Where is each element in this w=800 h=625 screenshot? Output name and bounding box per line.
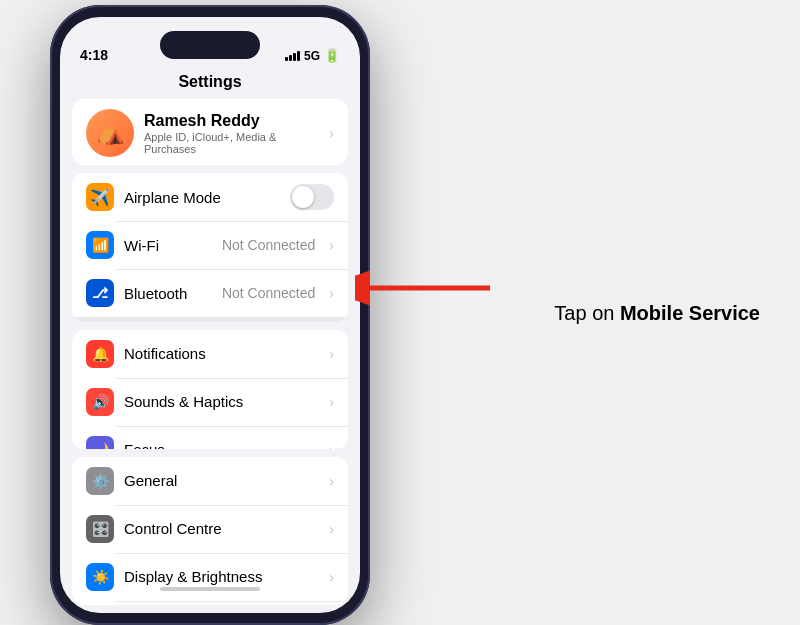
signal-bar-3 <box>293 53 296 61</box>
wifi-row[interactable]: 📶 Wi-Fi Not Connected › <box>72 221 348 269</box>
focus-icon: 🌙 <box>86 436 114 449</box>
bluetooth-value: Not Connected <box>222 285 315 301</box>
control-centre-label: Control Centre <box>124 520 319 537</box>
status-time: 4:18 <box>80 47 108 63</box>
instruction-prefix: Tap on <box>554 302 620 324</box>
arrow-annotation <box>355 268 495 312</box>
chevron-icon: › <box>329 394 334 410</box>
chevron-icon: › <box>329 285 334 301</box>
chevron-icon: › <box>329 237 334 253</box>
notifications-group: 🔔 Notifications › 🔊 Sounds & Haptics › 🌙… <box>72 330 348 449</box>
notifications-icon: 🔔 <box>86 340 114 368</box>
avatar-emoji: ⛺ <box>97 120 124 146</box>
sounds-row[interactable]: 🔊 Sounds & Haptics › <box>72 378 348 426</box>
wifi-label: Wi-Fi <box>124 237 212 254</box>
airplane-mode-label: Airplane Mode <box>124 189 280 206</box>
control-centre-row[interactable]: 🎛️ Control Centre › <box>72 505 348 553</box>
notifications-row[interactable]: 🔔 Notifications › <box>72 330 348 378</box>
general-row[interactable]: ⚙️ General › <box>72 457 348 505</box>
signal-bar-1 <box>285 57 288 61</box>
mobile-service-row[interactable]: 📡 Mobile Service › <box>72 317 348 322</box>
general-icon: ⚙️ <box>86 467 114 495</box>
network-type: 5G <box>304 49 320 63</box>
general-label: General <box>124 472 319 489</box>
signal-bar-4 <box>297 51 300 61</box>
general-group: ⚙️ General › 🎛️ Control Centre › ☀️ Disp… <box>72 457 348 606</box>
bluetooth-label: Bluetooth <box>124 285 212 302</box>
display-brightness-icon: ☀️ <box>86 563 114 591</box>
phone-frame: 4:18 5G 🔋 Settings ⛺ <box>50 5 370 625</box>
wifi-icon: 📶 <box>86 231 114 259</box>
home-indicator <box>160 587 260 591</box>
toggle-knob <box>292 186 314 208</box>
avatar: ⛺ <box>86 109 134 157</box>
home-screen-row[interactable]: 🏠 Home Screen & App Library › <box>72 601 348 606</box>
signal-bars-icon <box>285 51 300 61</box>
focus-row[interactable]: 🌙 Focus › <box>72 426 348 449</box>
wifi-value: Not Connected <box>222 237 315 253</box>
airplane-mode-icon: ✈️ <box>86 183 114 211</box>
display-brightness-row[interactable]: ☀️ Display & Brightness › <box>72 553 348 601</box>
status-icons: 5G 🔋 <box>285 48 340 63</box>
phone-screen: 4:18 5G 🔋 Settings ⛺ <box>60 17 360 613</box>
chevron-icon: › <box>329 442 334 449</box>
chevron-icon: › <box>329 346 334 362</box>
connectivity-group: ✈️ Airplane Mode 📶 Wi-Fi Not Connected ›… <box>72 173 348 322</box>
chevron-icon: › <box>329 473 334 489</box>
bluetooth-row[interactable]: ⎇ Bluetooth Not Connected › <box>72 269 348 317</box>
bluetooth-icon: ⎇ <box>86 279 114 307</box>
scroll-content: ⛺ Ramesh Reddy Apple ID, iCloud+, Media … <box>60 99 360 613</box>
focus-label: Focus <box>124 441 319 448</box>
display-brightness-label: Display & Brightness <box>124 568 319 585</box>
sounds-icon: 🔊 <box>86 388 114 416</box>
airplane-mode-row[interactable]: ✈️ Airplane Mode <box>72 173 348 221</box>
instruction-bold: Mobile Service <box>620 302 760 324</box>
dynamic-island <box>160 31 260 59</box>
page-title: Settings <box>60 69 360 99</box>
sounds-label: Sounds & Haptics <box>124 393 319 410</box>
airplane-mode-toggle[interactable] <box>290 184 334 210</box>
notifications-label: Notifications <box>124 345 319 362</box>
instruction-text: Tap on Mobile Service <box>554 299 760 327</box>
profile-subtitle: Apple ID, iCloud+, Media & Purchases <box>144 131 319 155</box>
chevron-icon: › <box>329 569 334 585</box>
red-arrow-svg <box>355 268 495 308</box>
profile-info: Ramesh Reddy Apple ID, iCloud+, Media & … <box>144 112 319 155</box>
chevron-icon: › <box>329 125 334 141</box>
profile-name: Ramesh Reddy <box>144 112 319 130</box>
battery-icon: 🔋 <box>324 48 340 63</box>
profile-row[interactable]: ⛺ Ramesh Reddy Apple ID, iCloud+, Media … <box>72 99 348 165</box>
profile-section[interactable]: ⛺ Ramesh Reddy Apple ID, iCloud+, Media … <box>72 99 348 165</box>
chevron-icon: › <box>329 521 334 537</box>
control-centre-icon: 🎛️ <box>86 515 114 543</box>
signal-bar-2 <box>289 55 292 61</box>
